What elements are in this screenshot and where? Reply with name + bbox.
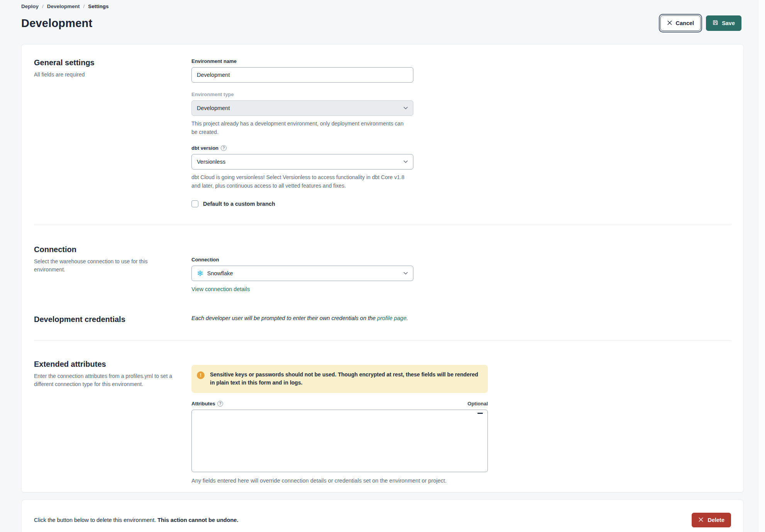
chevron-down-icon — [403, 160, 408, 163]
save-disk-icon — [713, 20, 718, 27]
connection-subheading: Select the warehouse connection to use f… — [34, 258, 180, 274]
credentials-note-wrap: Each developer user will be prompted to … — [191, 315, 731, 324]
extended-attributes-subheading: Enter the connection attributes from a p… — [34, 372, 180, 388]
snowflake-icon: ❄ — [197, 269, 203, 277]
environment-type-value: Development — [197, 105, 399, 111]
attributes-editor-wrap — [191, 410, 488, 472]
environment-type-select: Development — [191, 100, 413, 116]
development-credentials-section: Development credentials Each developer u… — [34, 315, 731, 324]
general-settings-intro: General settings All fields are required — [34, 58, 191, 207]
page-title: Development — [21, 17, 92, 30]
dbt-version-label-text: dbt version — [191, 145, 218, 151]
connection-fields: Connection ❄ Snowflake View connection d… — [191, 245, 731, 293]
chevron-down-icon — [403, 272, 408, 275]
sensitive-keys-warning: ! Sensitive keys or passwords should not… — [191, 365, 488, 393]
dbt-version-help: dbt Cloud is going versionless! Select V… — [191, 173, 408, 190]
extended-attributes-heading: Extended attributes — [34, 360, 180, 369]
delete-button[interactable]: Delete — [692, 513, 731, 527]
connection-heading: Connection — [34, 245, 180, 254]
chevron-down-icon — [403, 107, 408, 110]
credentials-note-suffix: . — [406, 315, 408, 321]
help-circle-icon[interactable]: ? — [217, 401, 223, 407]
dbt-version-field: dbt version ? Versionless dbt Cloud is g… — [191, 145, 731, 190]
section-divider — [34, 225, 731, 225]
optional-badge: Optional — [467, 401, 488, 407]
profile-page-link[interactable]: profile page — [377, 315, 406, 321]
delete-text-prefix: Click the button below to delete this en… — [34, 517, 157, 523]
extended-attributes-intro: Extended attributes Enter the connection… — [34, 360, 191, 484]
environment-name-field: Environment name — [191, 58, 731, 83]
environment-settings-page: Deploy / Development / Settings Developm… — [0, 0, 765, 532]
general-settings-fields: Environment name Environment type Develo… — [191, 58, 731, 207]
page-header: Development Cancel Save — [21, 15, 744, 31]
environment-type-field: Environment type Development This projec… — [191, 91, 731, 136]
delete-environment-card: Click the button below to delete this en… — [21, 500, 744, 532]
general-settings-heading: General settings — [34, 58, 180, 67]
settings-card: General settings All fields are required… — [21, 44, 744, 493]
save-button[interactable]: Save — [706, 15, 741, 31]
custom-branch-label: Default to a custom branch — [203, 201, 275, 207]
editor-fold-dash-icon[interactable] — [477, 413, 483, 414]
general-settings-subheading: All fields are required — [34, 71, 180, 79]
development-credentials-heading: Development credentials — [34, 315, 180, 324]
breadcrumb-settings: Settings — [88, 3, 108, 9]
dbt-version-select[interactable]: Versionless — [191, 154, 413, 169]
scrollbar-track[interactable] — [758, 0, 765, 532]
save-button-label: Save — [722, 20, 735, 26]
extended-attributes-fields: ! Sensitive keys or passwords should not… — [191, 360, 731, 484]
breadcrumb-separator: / — [42, 3, 44, 9]
delete-text-bold: This action cannot be undone. — [157, 517, 238, 523]
connection-value: Snowflake — [207, 270, 399, 276]
connection-intro: Connection Select the warehouse connecti… — [34, 245, 191, 293]
general-settings-section: General settings All fields are required… — [34, 58, 731, 207]
close-icon — [698, 517, 704, 524]
sensitive-keys-warning-text: Sensitive keys or passwords should not b… — [210, 371, 481, 387]
attributes-help: Any fields entered here will override co… — [191, 478, 731, 484]
breadcrumb: Deploy / Development / Settings — [21, 0, 744, 9]
credentials-intro: Development credentials — [34, 315, 191, 324]
connection-select[interactable]: ❄ Snowflake — [191, 266, 413, 281]
attributes-textarea[interactable] — [191, 410, 488, 472]
attributes-label-text: Attributes — [191, 401, 215, 407]
view-connection-details-link[interactable]: View connection details — [191, 286, 250, 292]
environment-type-help: This project already has a development e… — [191, 120, 408, 136]
attributes-label: Attributes ? — [191, 401, 223, 407]
extended-attributes-section: Extended attributes Enter the connection… — [34, 360, 731, 484]
dbt-version-label: dbt version ? — [191, 145, 731, 151]
delete-environment-text: Click the button below to delete this en… — [34, 517, 238, 523]
connection-label: Connection — [191, 257, 731, 263]
breadcrumb-separator: / — [83, 3, 85, 9]
cancel-button[interactable]: Cancel — [660, 15, 701, 31]
help-circle-icon[interactable]: ? — [221, 145, 227, 151]
credentials-note: Each developer user will be prompted to … — [191, 315, 731, 321]
connection-field: Connection ❄ Snowflake View connection d… — [191, 257, 731, 293]
credentials-note-prefix: Each developer user will be prompted to … — [191, 315, 377, 321]
environment-name-input[interactable] — [191, 67, 413, 83]
connection-section: Connection Select the warehouse connecti… — [34, 245, 731, 293]
breadcrumb-deploy[interactable]: Deploy — [21, 3, 39, 9]
dbt-version-value: Versionless — [197, 159, 399, 165]
environment-name-label: Environment name — [191, 58, 731, 64]
section-divider — [34, 340, 731, 341]
delete-button-label: Delete — [707, 517, 724, 523]
warning-icon: ! — [197, 371, 205, 379]
attributes-label-row: Attributes ? Optional — [191, 401, 488, 407]
breadcrumb-development[interactable]: Development — [47, 3, 80, 9]
header-actions: Cancel Save — [660, 15, 744, 31]
environment-type-label: Environment type — [191, 91, 731, 97]
cancel-button-label: Cancel — [676, 20, 694, 26]
close-icon — [667, 20, 672, 27]
custom-branch-checkbox[interactable] — [191, 200, 198, 207]
custom-branch-row: Default to a custom branch — [191, 200, 731, 207]
